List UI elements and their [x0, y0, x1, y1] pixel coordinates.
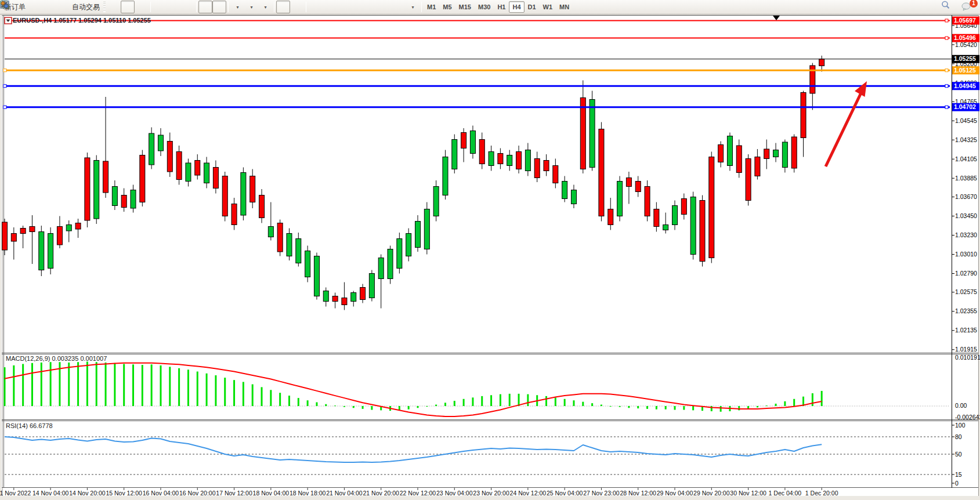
periods-button[interactable]: ▾ [244, 1, 258, 13]
timeframe-m1[interactable]: M1 [424, 1, 439, 13]
svg-text:21 Nov 20:00: 21 Nov 20:00 [363, 490, 399, 497]
chart-window-button[interactable] [42, 1, 56, 13]
svg-text:1 Dec 04:00: 1 Dec 04:00 [769, 490, 802, 497]
text-tool[interactable]: A [378, 1, 392, 13]
svg-text:23 Nov 20:00: 23 Nov 20:00 [473, 490, 509, 497]
notification-badge: 1 [970, 0, 978, 8]
bar-chart-button[interactable] [107, 1, 121, 13]
fibonacci-tool[interactable]: F [364, 1, 378, 13]
svg-text:1.04105: 1.04105 [955, 155, 977, 162]
indicators-dropdown-caret: ▾ [236, 5, 238, 10]
timeframe-mn[interactable]: MN [556, 1, 573, 13]
chart-canvas[interactable]: 1.056401.054201.052001.049801.047651.045… [0, 15, 980, 500]
svg-text:0.010191: 0.010191 [955, 354, 980, 361]
chat-button[interactable]: 1 [960, 1, 974, 14]
timeframe-h4[interactable]: H4 [509, 1, 524, 13]
svg-text:1 Dec 20:00: 1 Dec 20:00 [805, 490, 838, 497]
time-axis: 11 Nov 202214 Nov 04:0014 Nov 20:0015 No… [0, 488, 838, 497]
svg-text:1.01915: 1.01915 [955, 346, 977, 353]
vertical-line-tool[interactable] [308, 1, 322, 13]
svg-text:1.04945: 1.04945 [954, 82, 976, 89]
autotrading-label: 自动交易 [72, 2, 100, 12]
toolbar-separator [196, 2, 197, 12]
svg-text:0.00: 0.00 [955, 402, 967, 409]
toolbar-separator [306, 2, 306, 12]
timeframe-h1[interactable]: H1 [494, 1, 509, 13]
chart-title: EURUSD-,H4 1.05177 1.05294 1.05110 1.052… [13, 17, 151, 24]
trendline-tool[interactable] [336, 1, 350, 13]
line-chart-button[interactable] [135, 1, 149, 13]
periods-dropdown-caret: ▾ [250, 5, 252, 10]
toolbar-separator [274, 2, 274, 12]
crosshair-button[interactable] [290, 1, 304, 13]
svg-text:1.05496: 1.05496 [954, 34, 976, 41]
svg-text:1.02355: 1.02355 [955, 307, 977, 314]
autotrading-button[interactable]: 自动交易 [70, 1, 102, 13]
svg-text:80: 80 [955, 433, 962, 440]
svg-text:30 Nov 12:00: 30 Nov 12:00 [730, 490, 766, 497]
svg-text:1.02575: 1.02575 [955, 288, 977, 295]
svg-text:1.04325: 1.04325 [955, 136, 977, 143]
svg-text:1.05255: 1.05255 [954, 55, 976, 62]
svg-text:14 Nov 04:00: 14 Nov 04:00 [32, 490, 69, 497]
timeframe-m15[interactable]: M15 [455, 1, 475, 13]
tile-windows-button[interactable] [180, 1, 194, 13]
timeframe-w1[interactable]: W1 [540, 1, 556, 13]
svg-text:1.05697: 1.05697 [954, 17, 976, 24]
symbol-dropdown-icon[interactable] [5, 17, 12, 24]
search-button[interactable] [941, 1, 954, 14]
svg-text:18 Nov 18:00: 18 Nov 18:00 [290, 490, 326, 497]
svg-text:1.03230: 1.03230 [955, 231, 977, 238]
text-label-tool[interactable]: T [392, 1, 406, 13]
horizontal-line-tool[interactable] [322, 1, 336, 13]
signal-button[interactable] [56, 1, 70, 13]
chart-svg[interactable]: 1.056401.054201.052001.049801.047651.045… [0, 15, 980, 500]
timeframe-d1[interactable]: D1 [525, 1, 540, 13]
svg-text:0: 0 [955, 480, 959, 487]
chart-frame [1, 15, 979, 496]
svg-text:27 Nov 23:00: 27 Nov 23:00 [583, 490, 620, 497]
svg-text:18 Nov 04:00: 18 Nov 04:00 [253, 490, 290, 497]
svg-text:-0.002642: -0.002642 [955, 414, 980, 421]
toolbar-grip [103, 2, 106, 12]
svg-text:23 Nov 04:00: 23 Nov 04:00 [436, 490, 473, 497]
toolbar-separator [228, 2, 229, 12]
arrows-tool[interactable]: ▾ [406, 1, 420, 13]
auto-scroll-button[interactable] [198, 1, 212, 13]
templates-button[interactable]: ▾ [258, 1, 272, 13]
svg-text:16 Nov 20:00: 16 Nov 20:00 [179, 490, 216, 497]
svg-text:1.02790: 1.02790 [955, 270, 977, 277]
svg-text:14 Nov 20:00: 14 Nov 20:00 [69, 490, 106, 497]
timeframe-m5[interactable]: M5 [439, 1, 455, 13]
svg-text:21 Nov 04:00: 21 Nov 04:00 [326, 490, 363, 497]
svg-text:1.03450: 1.03450 [955, 212, 977, 219]
timeframe-m30[interactable]: M30 [475, 1, 494, 13]
zoom-in-button[interactable] [153, 1, 167, 13]
svg-text:16 Nov 04:00: 16 Nov 04:00 [143, 490, 179, 497]
svg-text:11 Nov 2022: 11 Nov 2022 [0, 490, 31, 497]
svg-text:1.03670: 1.03670 [955, 193, 977, 200]
indicators-button[interactable]: ▾ [230, 1, 244, 13]
templates-dropdown-caret: ▾ [264, 5, 266, 10]
toolbar-separator [421, 2, 422, 12]
rsi-indicator-label: RSI(14) 66.6778 [6, 422, 53, 429]
svg-text:50: 50 [955, 451, 962, 458]
candle-chart-button[interactable] [121, 1, 135, 13]
svg-text:15 Nov 12:00: 15 Nov 12:00 [106, 490, 142, 497]
svg-text:1.03010: 1.03010 [955, 251, 977, 258]
shapes-diamonds-icon [0, 0, 9, 9]
zoom-out-button[interactable] [167, 1, 180, 13]
svg-text:1.04545: 1.04545 [955, 117, 977, 124]
cursor-button[interactable] [276, 1, 290, 13]
svg-text:1.03885: 1.03885 [955, 175, 977, 182]
eraser-button[interactable] [28, 1, 42, 13]
svg-text:24 Nov 12:00: 24 Nov 12:00 [510, 490, 547, 497]
svg-text:25 Nov 04:00: 25 Nov 04:00 [547, 490, 583, 497]
svg-text:29 Nov 20:00: 29 Nov 20:00 [693, 490, 730, 497]
svg-text:28 Nov 12:00: 28 Nov 12:00 [620, 490, 656, 497]
svg-text:1.05125: 1.05125 [954, 67, 976, 74]
search-icon [941, 0, 950, 10]
svg-text:22 Nov 12:00: 22 Nov 12:00 [400, 490, 436, 497]
chart-shift-button[interactable] [212, 1, 226, 13]
channel-tool[interactable]: E [350, 1, 364, 13]
